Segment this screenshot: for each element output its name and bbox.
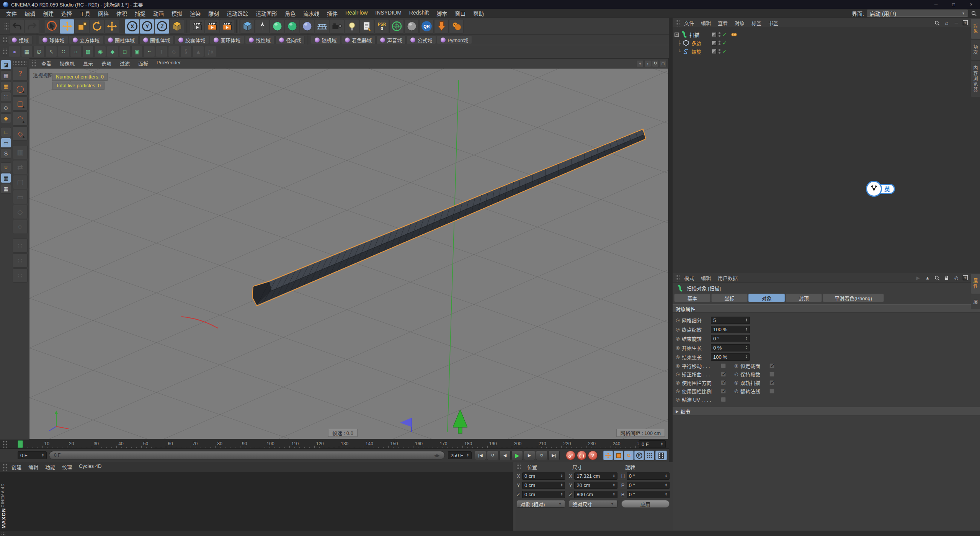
- coord-field-尺寸-X[interactable]: 17.321 cm▲▼: [574, 472, 617, 480]
- maximize-button[interactable]: □: [945, 0, 962, 9]
- field-button-线性域[interactable]: 线性域: [245, 36, 274, 44]
- live-selection-tool[interactable]: [45, 19, 59, 34]
- next-key-button[interactable]: ↻: [536, 451, 547, 460]
- menubar-item-网格[interactable]: 网格: [94, 10, 113, 17]
- spinner-arrows[interactable]: ▲▼: [745, 346, 748, 350]
- editor-visibility-dot[interactable]: [719, 49, 720, 51]
- field-button-圆柱体域[interactable]: 圆柱体域: [104, 36, 139, 44]
- spinner-arrows[interactable]: ▲▼: [665, 483, 667, 487]
- rotate-tool[interactable]: [90, 19, 104, 34]
- add-panel-icon[interactable]: +: [963, 275, 968, 280]
- viewport-menu-显示[interactable]: 显示: [79, 60, 97, 67]
- add-light[interactable]: [345, 19, 359, 34]
- next-frame-button[interactable]: ▶: [524, 451, 535, 460]
- mograph-menu[interactable]: [389, 19, 404, 34]
- spinner-arrows[interactable]: ▲▼: [745, 327, 748, 331]
- field-button-Python域[interactable]: Python域: [437, 36, 472, 44]
- enabled-check-icon[interactable]: ✓: [722, 31, 727, 38]
- spinner-arrows[interactable]: ▲▼: [42, 453, 44, 457]
- mograph-button-13[interactable]: T: [156, 46, 167, 57]
- keyframe-circle-icon[interactable]: ◎: [734, 388, 740, 394]
- menubar-item-脚本[interactable]: 脚本: [433, 10, 451, 17]
- menubar-item-雕刻[interactable]: 雕刻: [204, 10, 223, 17]
- flag-gizmo[interactable]: [400, 418, 412, 432]
- coord-field-旋转-P[interactable]: 0 °▲▼: [627, 482, 670, 489]
- ime-widget[interactable]: 英: [866, 181, 895, 197]
- pipeline-drop[interactable]: [434, 19, 449, 34]
- field-button-球体域[interactable]: 球体域: [39, 36, 68, 44]
- edges-mode[interactable]: ◇: [1, 103, 11, 113]
- object-row-螺旋[interactable]: └螺旋✓: [673, 47, 970, 56]
- checkbox-翻转法线[interactable]: [769, 389, 774, 394]
- psr-reset[interactable]: PSR0: [374, 19, 389, 34]
- viewport-3d-view[interactable]: 透视视图 Number of emitters: 0 Total live pa…: [29, 69, 668, 439]
- snap-settings[interactable]: ∪: [1, 162, 11, 172]
- render-view[interactable]: [190, 19, 204, 34]
- checkbox-双轨扫描[interactable]: [769, 380, 774, 385]
- spinner-arrows[interactable]: ▲▼: [560, 483, 563, 487]
- spinner-arrows[interactable]: ▲▼: [613, 492, 615, 496]
- coord-field-旋转-B[interactable]: 0 °▲▼: [627, 491, 670, 498]
- circle-selection-tool[interactable]: ◯▲: [13, 82, 28, 96]
- workplane-lock[interactable]: ▦: [1, 173, 11, 183]
- checkbox-保持段数[interactable]: [769, 372, 774, 377]
- timeline-ruler[interactable]: 0102030405060708090100110120130140150160…: [0, 440, 669, 449]
- coordinate-system[interactable]: [170, 19, 184, 34]
- param-field-开始生长[interactable]: 0 %▲▼: [711, 344, 750, 351]
- checkbox-恒定截面[interactable]: [769, 363, 774, 368]
- keyframe-circle-icon[interactable]: ◎: [734, 380, 740, 385]
- menubar-item-工具[interactable]: 工具: [76, 10, 94, 17]
- viewport-grip[interactable]: [32, 60, 36, 67]
- viewport-solo[interactable]: ▭: [1, 138, 11, 148]
- panel-grip[interactable]: [3, 464, 7, 471]
- record-rotation-toggle[interactable]: ↻: [624, 451, 634, 460]
- mograph-button-7[interactable]: ▩: [82, 46, 94, 57]
- search-icon[interactable]: [934, 275, 940, 281]
- add-deformer[interactable]: [300, 19, 314, 34]
- render-visibility-dot[interactable]: [719, 52, 720, 54]
- history-forward-icon[interactable]: ▶: [915, 275, 921, 281]
- attribute-tab-坐标[interactable]: 坐标: [711, 294, 748, 302]
- dots-palette-2[interactable]: ∷: [13, 253, 28, 268]
- lock-z-axis[interactable]: Z: [155, 19, 169, 34]
- soft-selection[interactable]: S: [1, 149, 11, 159]
- param-field-结束生长[interactable]: 100 %▲▼: [711, 353, 750, 361]
- keyframe-circle-icon[interactable]: ◎: [676, 354, 682, 360]
- record-scale-toggle[interactable]: [614, 451, 623, 460]
- checkbox-粘滞 UV . . . .[interactable]: [721, 397, 726, 402]
- layer-chip[interactable]: [712, 41, 717, 46]
- realflow-tag-icon[interactable]: [732, 33, 737, 36]
- scale-tool[interactable]: [75, 19, 89, 34]
- menubar-item-角色[interactable]: 角色: [281, 10, 299, 17]
- record-keyframe-button[interactable]: [566, 451, 575, 460]
- lock-y-axis[interactable]: Y: [140, 19, 154, 34]
- timeline-grip[interactable]: [3, 441, 7, 448]
- keyframe-circle-icon[interactable]: ◎: [676, 380, 682, 385]
- add-subdivision-surface[interactable]: [270, 19, 284, 34]
- object-row-扫描[interactable]: −扫描✓: [673, 30, 970, 39]
- details-section-header[interactable]: ▶ 细节: [673, 407, 980, 415]
- keyframe-circle-icon[interactable]: ◎: [734, 363, 740, 368]
- coord-field-位置-X[interactable]: 0 cm▲▼: [522, 472, 565, 480]
- add-floor[interactable]: [315, 19, 329, 34]
- menubar-item-创建[interactable]: 创建: [39, 10, 57, 17]
- range-handle-icon[interactable]: ◀▶: [434, 453, 440, 458]
- field-button-组域[interactable]: 组域: [8, 36, 33, 44]
- minimize-button[interactable]: ─: [927, 0, 945, 9]
- polygon-selection-tool[interactable]: ◇▲: [13, 126, 28, 141]
- material-menu-创建[interactable]: 创建: [8, 463, 25, 471]
- menubar-item-RealFlow[interactable]: RealFlow: [341, 10, 371, 17]
- om-menu-文件[interactable]: 文件: [681, 19, 697, 26]
- redo-button[interactable]: [24, 19, 39, 34]
- enabled-check-icon[interactable]: ✓: [722, 48, 727, 54]
- minimize-panel-icon[interactable]: ─: [953, 20, 959, 26]
- mograph-button-5[interactable]: ∷: [58, 46, 69, 57]
- undo-button[interactable]: [10, 19, 24, 34]
- sweep-object[interactable]: [252, 129, 646, 306]
- keyframe-circle-icon[interactable]: ◎: [676, 397, 682, 402]
- coord-field-位置-Y[interactable]: 0 cm▲▼: [522, 482, 565, 489]
- panel-grip[interactable]: [675, 20, 679, 26]
- spinner-arrows[interactable]: ▲▼: [613, 483, 615, 487]
- coord-field-旋转-H[interactable]: 0 °▲▼: [627, 472, 670, 480]
- am-side-tab-层[interactable]: 层: [971, 295, 980, 309]
